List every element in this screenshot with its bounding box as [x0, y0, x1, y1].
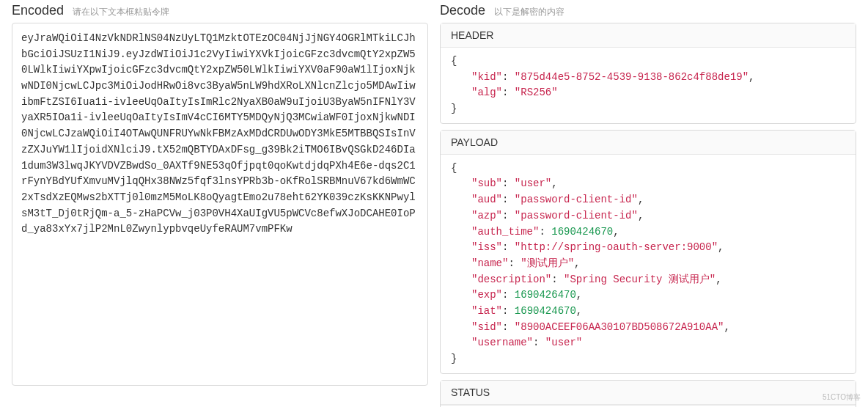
brace: }: [451, 353, 457, 364]
payload-aud-value: password-client-id: [521, 194, 631, 205]
payload-iss-value: http://spring-oauth-server:9000: [521, 241, 711, 253]
payload-aud-row: "aud": "password-client-id",: [451, 192, 845, 208]
payload-azp-value: password-client-id: [521, 210, 631, 221]
payload-name-row: "name": "测试用户",: [451, 256, 845, 272]
encoded-pane: Encoded 请在以下文本框粘贴令牌: [12, 3, 428, 407]
payload-sub-row: "sub": "user",: [451, 176, 845, 192]
payload-sid-row: "sid": "8900ACEEF06AA30107BD508672A910AA…: [451, 320, 845, 336]
decode-hint: 以下是解密的内容: [494, 7, 564, 17]
payload-description-row: "description": "Spring Security 测试用户",: [451, 272, 845, 288]
brace: {: [451, 55, 457, 67]
header-section-label: HEADER: [441, 23, 856, 48]
payload-section: PAYLOAD { "sub": "user","aud": "password…: [440, 130, 856, 374]
payload-section-label: PAYLOAD: [441, 131, 856, 155]
decode-pane: Decode 以下是解密的内容 HEADER { "kid": "875d44e…: [440, 3, 856, 407]
payload-username-row: "username": "user": [451, 335, 845, 351]
main-container: Encoded 请在以下文本框粘贴令牌 Decode 以下是解密的内容 HEAD…: [12, 3, 856, 407]
payload-iat-value: 1690424670: [515, 305, 576, 317]
decode-title-row: Decode 以下是解密的内容: [440, 3, 856, 23]
status-section: STATUS Decode Success: [440, 380, 856, 407]
encoded-hint: 请在以下文本框粘贴令牌: [73, 7, 169, 17]
watermark: 51CTO博客: [823, 392, 861, 403]
payload-exp-value: 1690426470: [515, 289, 576, 301]
brace: }: [451, 103, 457, 114]
payload-azp-row: "azp": "password-client-id",: [451, 208, 845, 224]
header-section: HEADER { "kid": "875d44e5-8752-4539-9138…: [440, 23, 856, 124]
payload-sid-value: 8900ACEEF06AA30107BD508672A910AA: [521, 321, 718, 333]
payload-authtime-value: 1690424670: [551, 226, 613, 238]
payload-iat-row: "iat": 1690424670,: [451, 304, 845, 320]
payload-json: { "sub": "user","aud": "password-client-…: [441, 155, 856, 373]
brace: {: [451, 162, 457, 174]
header-alg-value: RS256: [521, 87, 551, 98]
header-alg-row: "alg": "RS256": [451, 85, 845, 101]
decode-title: Decode: [440, 3, 485, 18]
payload-sub-value: user: [521, 177, 545, 189]
header-json: { "kid": "875d44e5-8752-4539-9138-862c4f…: [441, 48, 856, 123]
payload-iss-row: "iss": "http://spring-oauth-server:9000"…: [451, 240, 845, 256]
encoded-title-row: Encoded 请在以下文本框粘贴令牌: [12, 3, 428, 23]
payload-authtime-row: "auth_time": 1690424670,: [451, 224, 845, 241]
payload-description-value: Spring Security 测试用户: [570, 274, 709, 285]
payload-username-value: user: [551, 337, 576, 348]
encoded-title: Encoded: [12, 3, 64, 18]
encoded-input[interactable]: [12, 23, 428, 386]
header-kid-value: 875d44e5-8752-4539-9138-862c4f88de19: [521, 71, 742, 83]
payload-exp-row: "exp": 1690426470,: [451, 287, 845, 304]
header-kid-row: "kid": "875d44e5-8752-4539-9138-862c4f88…: [451, 70, 845, 86]
payload-name-value: 测试用户: [527, 257, 568, 269]
status-section-label: STATUS: [441, 381, 856, 405]
